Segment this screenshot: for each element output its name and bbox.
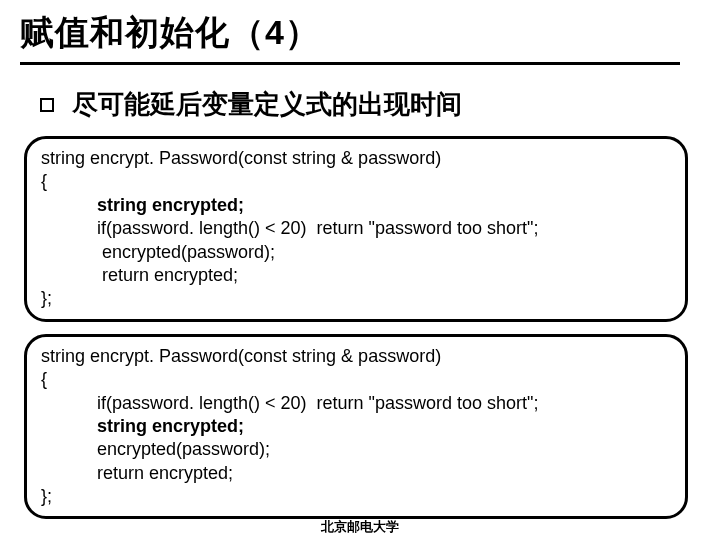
slide: 赋值和初始化（4） 尽可能延后变量定义式的出现时间 string encrypt… [0, 0, 720, 540]
title-underline [20, 62, 680, 65]
code-line: encrypted(password); [41, 438, 671, 461]
code-box-1: string encrypt. Password(const string & … [24, 136, 688, 322]
slide-title: 赋值和初始化（4） [20, 10, 700, 56]
square-bullet-icon [40, 98, 54, 112]
code-line: string encrypted; [41, 415, 671, 438]
code-line: string encrypt. Password(const string & … [41, 345, 671, 368]
code-line: string encrypted; [41, 194, 671, 217]
bullet-row: 尽可能延后变量定义式的出现时间 [40, 87, 700, 122]
code-line: encrypted(password); [41, 241, 671, 264]
bullet-text: 尽可能延后变量定义式的出现时间 [72, 87, 462, 122]
footer-text: 北京邮电大学 [0, 518, 720, 536]
code-line: return encrypted; [41, 462, 671, 485]
code-line: { [41, 170, 671, 193]
code-line: if(password. length() < 20) return "pass… [41, 217, 671, 240]
code-line: string encrypt. Password(const string & … [41, 147, 671, 170]
code-line: return encrypted; [41, 264, 671, 287]
code-line: }; [41, 287, 671, 310]
code-line: { [41, 368, 671, 391]
code-line: }; [41, 485, 671, 508]
code-box-2: string encrypt. Password(const string & … [24, 334, 688, 520]
code-line: if(password. length() < 20) return "pass… [41, 392, 671, 415]
